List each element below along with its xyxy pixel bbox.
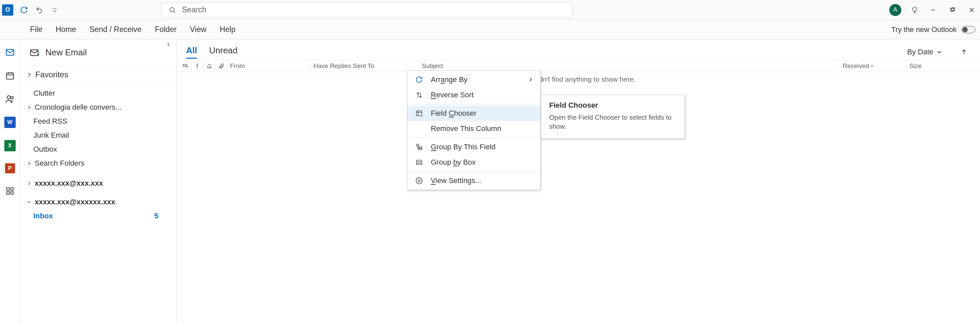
message-area: All Unread By Date ! (177, 39, 980, 323)
col-attachment-icon[interactable] (215, 60, 228, 72)
svg-rect-33 (418, 149, 422, 150)
menu-help[interactable]: Help (220, 25, 235, 34)
col-received-label: Received (843, 62, 869, 70)
chevron-right-icon (27, 161, 31, 165)
rail-more-apps-icon[interactable] (4, 185, 16, 197)
avatar[interactable]: A (889, 4, 901, 16)
folder-junk-email[interactable]: Junk Email (20, 128, 177, 142)
bell-icon (207, 63, 212, 69)
menu-sendrecv[interactable]: Send / Receive (89, 25, 142, 34)
rail-excel-icon[interactable]: X (4, 140, 16, 151)
svg-rect-32 (418, 147, 422, 148)
svg-rect-16 (11, 188, 13, 190)
folder-outbox[interactable]: Outbox (20, 142, 177, 156)
reverse-sort-icon (415, 91, 423, 99)
account-1-header[interactable]: xxxxx.xxx@xxx.xxx (20, 176, 177, 190)
collapse-folder-pane-icon[interactable] (166, 42, 171, 48)
col-subject[interactable]: Subject (419, 60, 840, 72)
minimize-button[interactable] (928, 5, 938, 15)
account-label: xxxxx.xxx@xxxxxx.xxx (35, 198, 115, 206)
search-icon (169, 6, 176, 14)
sort-direction[interactable] (961, 49, 967, 55)
menu-home[interactable]: Home (56, 25, 76, 34)
sort-by-date[interactable]: By Date (907, 48, 942, 56)
col-replies-label: Have Replies Sent To (313, 62, 374, 70)
title-bar: O Search A (0, 0, 980, 20)
rail-powerpoint-icon[interactable]: P (5, 163, 15, 173)
favorites-label: Favorites (35, 70, 68, 80)
close-button[interactable] (967, 5, 977, 15)
sync-icon[interactable] (19, 5, 29, 15)
ctx-view-settings[interactable]: View Settings... (407, 173, 540, 188)
lightbulb-icon[interactable] (911, 6, 919, 14)
chevron-down-icon (937, 49, 942, 55)
rail-calendar-icon[interactable] (4, 70, 16, 81)
new-email-label: New Email (45, 47, 87, 58)
col-received[interactable]: Received (840, 60, 907, 72)
search-placeholder: Search (182, 5, 207, 14)
col-size[interactable]: Size (907, 60, 980, 72)
folder-inbox[interactable]: Inbox 5 (20, 209, 177, 223)
field-chooser-icon (415, 110, 423, 117)
account-2-header[interactable]: xxxxx.xxx@xxxxxx.xxx (20, 195, 177, 209)
ctx-label: Arrange By (431, 75, 468, 84)
ctx-remove-column[interactable]: Remove This Column (407, 121, 540, 136)
chevron-right-icon (27, 181, 31, 186)
menu-file[interactable]: File (30, 25, 42, 34)
folder-feed-rss[interactable]: Feed RSS (20, 115, 177, 128)
svg-rect-27 (417, 111, 422, 116)
folder-conversation-history[interactable]: Cronologia delle convers... (20, 100, 177, 115)
ctx-group-by-field[interactable]: Group By This Field (407, 139, 540, 155)
svg-line-2 (174, 11, 175, 13)
svg-rect-34 (417, 160, 422, 165)
inbox-unread-count: 5 (154, 212, 167, 220)
ctx-separator (410, 138, 538, 138)
folder-clutter[interactable]: Clutter (20, 86, 177, 100)
try-new-toggle[interactable] (961, 26, 975, 33)
folder-label: Outbox (33, 145, 57, 154)
svg-point-1 (170, 7, 174, 12)
avatar-letter: A (893, 6, 897, 13)
ctx-field-chooser[interactable]: Field Chooser (407, 106, 540, 121)
chevron-down-icon (27, 200, 31, 204)
ctx-reverse-sort[interactable]: Reverse Sort (407, 88, 540, 103)
folder-search-folders[interactable]: Search Folders (20, 156, 177, 170)
arrow-up-icon (961, 49, 967, 55)
tab-unread[interactable]: Unread (209, 45, 237, 59)
col-from[interactable]: From (228, 60, 311, 72)
folder-label: Clutter (33, 89, 55, 98)
column-header-context-menu: Arrange By Reverse Sort Field Chooser Re… (407, 70, 541, 190)
undo-icon[interactable] (35, 5, 44, 15)
col-replies[interactable]: Have Replies Sent To (311, 60, 419, 72)
ctx-group-by-box[interactable]: Group by Box (407, 155, 540, 170)
col-from-label: From (230, 62, 245, 70)
ctx-label: Reverse Sort (431, 91, 474, 99)
svg-point-13 (7, 95, 10, 99)
svg-point-14 (11, 97, 13, 99)
message-filter-tabs: All Unread By Date (177, 39, 980, 60)
ctx-label: Group by Box (431, 158, 476, 167)
ctx-label: Group By This Field (431, 143, 495, 151)
favorites-header[interactable]: Favorites (20, 65, 177, 84)
ctx-arrange-by[interactable]: Arrange By (407, 72, 540, 88)
try-new-outlook[interactable]: Try the new Outlook (891, 25, 980, 34)
search-input[interactable]: Search (161, 2, 573, 18)
new-email-button[interactable]: New Email (20, 43, 177, 65)
tooltip-title: Field Chooser (549, 101, 676, 110)
col-size-label: Size (909, 62, 922, 70)
tooltip-body: Open the Field Chooser to select fields … (549, 113, 676, 131)
rail-people-icon[interactable] (4, 93, 16, 105)
menu-view[interactable]: View (190, 25, 207, 34)
app-rail: W X P (0, 39, 20, 323)
folder-pane: New Email Favorites Clutter Cronologia d… (20, 39, 177, 323)
rail-word-icon[interactable]: W (4, 117, 16, 128)
rail-mail-icon[interactable] (4, 47, 16, 58)
col-importance-icon[interactable]: ! (191, 60, 204, 72)
customize-qat-icon[interactable] (50, 5, 59, 15)
col-reminder-icon[interactable] (204, 60, 215, 72)
tab-all[interactable]: All (186, 45, 197, 59)
maximize-button[interactable] (947, 5, 957, 15)
col-sent-icon[interactable] (180, 60, 191, 72)
quick-access-toolbar: O (0, 4, 59, 16)
menu-folder[interactable]: Folder (155, 25, 177, 34)
